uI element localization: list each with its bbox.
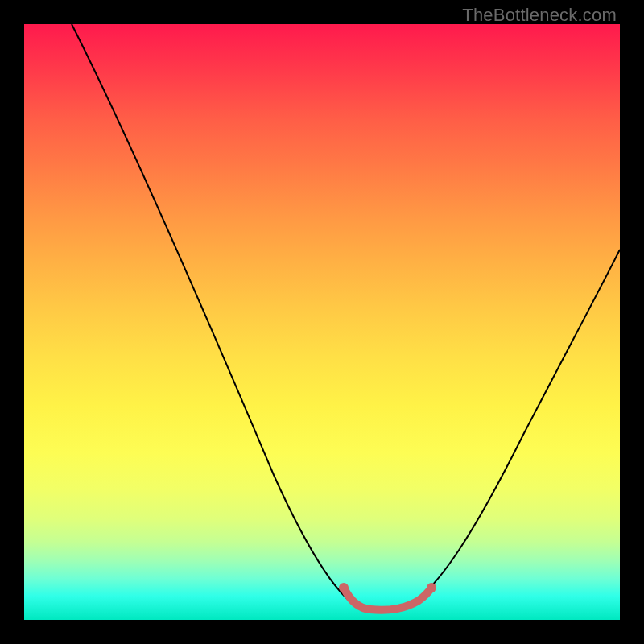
highlight-endpoint-left — [339, 583, 349, 592]
plot-area — [24, 24, 620, 620]
highlight-segment — [344, 588, 431, 610]
chart-svg — [24, 24, 620, 620]
highlight-endpoint-right — [427, 583, 436, 592]
chart-frame: TheBottleneck.com — [0, 0, 644, 644]
watermark-text: TheBottleneck.com — [462, 5, 617, 26]
bottleneck-curve — [72, 24, 620, 609]
